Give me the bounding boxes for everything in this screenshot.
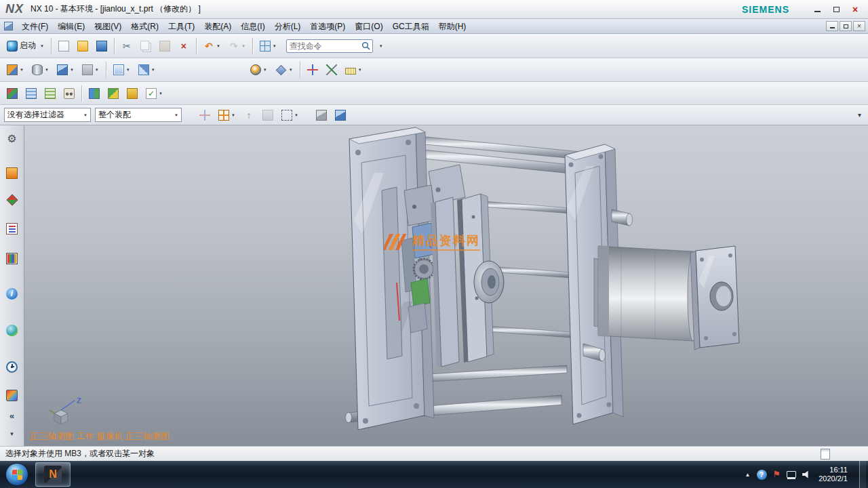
true-shading-button[interactable]: ▼	[247, 61, 271, 79]
move-component-button[interactable]	[3, 85, 21, 102]
save-button[interactable]	[93, 37, 111, 55]
open-file-button[interactable]	[74, 37, 92, 55]
gearbox-flange[interactable]	[690, 246, 739, 350]
redo-button[interactable]: ↷▼	[225, 37, 249, 55]
rectangle-select-button[interactable]: ▼	[278, 106, 302, 124]
selection-filter-select[interactable]: 没有选择过滤器▼	[4, 108, 91, 122]
locating-ring[interactable]	[474, 261, 504, 303]
show-desktop-button[interactable]	[859, 461, 866, 488]
undo-button[interactable]: ↶▼	[200, 37, 224, 55]
main-area: ⚙ i « ▼	[0, 125, 868, 446]
check-mate-button[interactable]: ✓▼	[142, 85, 166, 102]
part-navigator-button[interactable]	[3, 220, 22, 237]
shaded-display-button[interactable]: ▼	[54, 61, 77, 79]
reposition-component-button[interactable]	[104, 85, 122, 102]
cut-button[interactable]: ✂	[118, 37, 136, 55]
doc-close-button[interactable]: ×	[853, 21, 865, 31]
view-status-label: 正三轴测图 工作 摄像机 正三轴测图	[30, 430, 170, 443]
resource-bar-options-button[interactable]: ▼	[3, 426, 22, 442]
highlight-solid-button[interactable]	[313, 106, 330, 124]
add-to-selection-button[interactable]: ▼	[215, 106, 239, 124]
wave-geometry-button[interactable]	[123, 85, 141, 102]
menu-information[interactable]: 信息(I)	[236, 19, 269, 34]
toolbar-overflow-button[interactable]: ▾	[858, 111, 861, 119]
menu-gc-toolbox[interactable]: GC工具箱	[388, 19, 434, 34]
web-browser-button[interactable]	[3, 322, 22, 338]
vector-button[interactable]: ▼	[272, 61, 296, 79]
constraint-navigator-button[interactable]	[3, 192, 22, 208]
chevron-down-icon: ▼	[159, 92, 163, 96]
chevron-down-icon: ▼	[40, 44, 44, 48]
snap-intersection-button[interactable]	[323, 61, 340, 79]
new-file-button[interactable]	[55, 37, 73, 55]
tray-clock[interactable]: 16:11 2020/2/1	[818, 466, 848, 483]
network-icon[interactable]	[787, 471, 796, 478]
volume-icon[interactable]	[802, 471, 811, 479]
assembly-constraints-button[interactable]	[85, 85, 103, 102]
snap-filter-button[interactable]	[196, 106, 214, 124]
render-style-button[interactable]: ▼	[28, 61, 52, 79]
menu-file[interactable]: 文件(F)	[17, 19, 53, 34]
clip-section-button[interactable]: ▼	[110, 61, 134, 79]
start-button[interactable]	[5, 463, 28, 486]
separator	[252, 38, 253, 54]
chevron-down-icon: ▼	[79, 113, 87, 117]
search-options-button[interactable]: ▼	[374, 37, 387, 55]
background-button[interactable]: ▼	[79, 61, 102, 79]
measure-button[interactable]: ▼	[342, 61, 366, 79]
roles-button[interactable]: ⚙	[3, 131, 22, 147]
chevron-down-icon: ▼	[241, 44, 245, 48]
menu-tools[interactable]: 工具(T)	[163, 19, 199, 34]
layer-settings-button[interactable]	[22, 85, 40, 102]
assembly-navigator-button[interactable]	[3, 165, 22, 181]
hidden-icons-button[interactable]: ▲	[745, 472, 751, 478]
maximize-button[interactable]	[827, 3, 845, 16]
system-tools-button[interactable]	[3, 387, 22, 403]
recording-button[interactable]	[60, 85, 78, 102]
menu-analysis[interactable]: 分析(L)	[270, 19, 306, 34]
menu-edit[interactable]: 编辑(E)	[53, 19, 90, 34]
delete-button[interactable]: ×	[175, 37, 193, 55]
internet-explorer-button[interactable]: i	[3, 285, 22, 302]
motor-cylinder[interactable]	[594, 245, 698, 341]
cad-model-canvas[interactable]	[24, 125, 868, 446]
command-search-input[interactable]	[287, 41, 360, 51]
menu-window[interactable]: 窗口(O)	[350, 19, 387, 34]
status-page-icon[interactable]	[821, 449, 830, 460]
chevron-down-icon: ▼	[70, 68, 74, 72]
reuse-library-button[interactable]	[3, 250, 22, 266]
doc-restore-button[interactable]	[840, 21, 852, 31]
menu-bar: 文件(F) 编辑(E) 视图(V) 格式(R) 工具(T) 装配(A) 信息(I…	[0, 19, 868, 34]
layers-icon	[26, 88, 37, 99]
view-orientation-button[interactable]: ▼	[3, 61, 27, 79]
menu-assemblies[interactable]: 装配(A)	[199, 19, 236, 34]
action-center-icon[interactable]: ⚑	[773, 470, 781, 479]
taskbar-nx-app-button[interactable]: N	[35, 462, 71, 487]
menu-help[interactable]: 帮助(H)	[434, 19, 471, 34]
selection-misc-button[interactable]	[259, 106, 277, 124]
search-icon[interactable]	[360, 40, 372, 52]
undo-icon: ↶	[203, 41, 214, 52]
check-icon: ✓	[146, 88, 157, 99]
collapse-button[interactable]: «	[3, 407, 22, 424]
start-menu-button[interactable]: 启动 ▼	[3, 37, 47, 55]
section-view-button[interactable]: ▼	[135, 61, 159, 79]
close-button[interactable]: ×	[846, 3, 864, 16]
select-parent-button[interactable]: ↑	[240, 106, 258, 124]
assembly-scope-select[interactable]: 整个装配▼	[95, 108, 182, 122]
copy-button[interactable]	[137, 37, 155, 55]
window-layout-button[interactable]: ▼	[256, 37, 280, 55]
menu-preferences[interactable]: 首选项(P)	[305, 19, 350, 34]
history-button[interactable]	[3, 359, 22, 375]
doc-minimize-button[interactable]	[826, 21, 838, 31]
help-tray-icon[interactable]: ?	[757, 470, 767, 480]
highlight-shaded-button[interactable]	[332, 106, 349, 124]
menu-view[interactable]: 视图(V)	[90, 19, 126, 34]
minimize-button[interactable]	[808, 3, 826, 16]
paste-button[interactable]	[156, 37, 174, 55]
snap-point-button[interactable]	[304, 61, 321, 79]
menu-format[interactable]: 格式(R)	[126, 19, 163, 34]
graphics-window[interactable]: 精品资料网 Z 正三轴测图 工作 摄像机 正三轴测图	[24, 125, 868, 446]
layer-visible-button[interactable]	[41, 85, 59, 102]
separator	[81, 85, 82, 102]
